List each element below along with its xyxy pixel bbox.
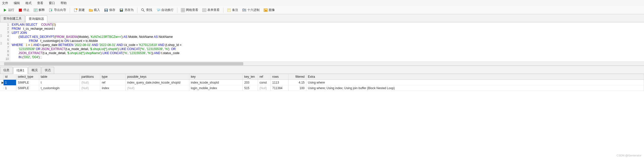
new-button[interactable]: 新建 [72,7,86,13]
explain-label: 解释 [39,8,45,12]
col-rows[interactable]: rows [271,74,289,80]
svg-point-33 [265,9,265,10]
cell-filtered[interactable]: 100 [289,85,306,91]
cell-table[interactable]: t [39,80,80,85]
formview-label: 表单查看 [207,8,220,12]
cell-type[interactable]: index [100,85,126,91]
menu-help[interactable]: 帮助 [61,1,67,5]
cell-partitions[interactable]: (Null) [80,85,100,91]
load-label: 载入 [94,8,100,12]
cell-filtered[interactable]: 4.15 [289,80,306,85]
menu-edit[interactable]: 编辑 [14,1,20,5]
run-label: 运行 [8,8,14,12]
explain-button[interactable]: 解释 [32,7,46,13]
cell-key[interactable]: login_mobile_index [189,85,243,91]
col-select-type[interactable]: select_type [16,74,39,80]
image-label: 图像 [269,8,275,12]
autowrap-button[interactable]: 自动换行 [155,7,175,13]
grid-row[interactable]: 1 SIMPLE t_customlogin (Null) index (Nul… [0,85,644,91]
editor-tabs: 查询创建工具 查询编辑器 [0,14,644,22]
saveas-icon: ✎ [119,8,123,12]
cell-extra[interactable]: Using where; Using index; Using join buf… [306,85,644,91]
tab-result1[interactable]: 结果1 [13,67,28,74]
menu-view[interactable]: 查看 [37,1,43,5]
cell-select-type[interactable]: SIMPLE [16,80,39,85]
col-key-len[interactable]: key_len [243,74,258,80]
tab-query-builder[interactable]: 查询创建工具 [0,15,25,22]
line-gutter: 123 −45 −67 8910 [0,22,10,61]
horizontal-scrollbar[interactable] [0,61,644,66]
cell-key[interactable]: index_kcode_shopId [189,80,243,85]
svg-text:✎: ✎ [120,9,123,12]
menu-window[interactable]: 窗口 [49,1,55,5]
cell-ref[interactable]: (Null) [258,85,271,91]
cell-id[interactable]: 1 [4,85,16,91]
stop-label: 停止 [23,8,30,12]
svg-line-16 [143,10,145,12]
scrollbar-thumb[interactable] [4,62,243,65]
col-possible-keys[interactable]: possible_keys [126,74,189,80]
cell-possible-keys[interactable]: index_query_date,index_kcode_shopId [126,80,189,85]
svg-text:0x: 0x [243,8,246,12]
col-id[interactable]: id [4,74,16,80]
find-button[interactable]: 查找 [139,7,154,13]
col-key[interactable]: key [189,74,243,80]
cell-key-len[interactable]: 515 [243,85,258,91]
autowrap-label: 自动换行 [161,8,174,12]
grid-icon [181,8,185,12]
cell-id[interactable]: 1 [4,80,16,85]
col-extra[interactable]: Extra [306,74,644,80]
tab-query-editor[interactable]: 查询编辑器 [25,15,47,22]
cell-partitions[interactable]: (Null) [80,80,100,85]
svg-rect-18 [181,8,185,12]
image-icon [264,8,268,12]
svg-rect-10 [105,9,107,10]
toolbar: 运行 停止 解释 导出向导 新建 载入 保存 ✎另存为 查找 自动换行 网格查看… [0,6,644,14]
tab-status[interactable]: 状态 [41,67,54,74]
svg-marker-17 [158,10,158,11]
grid-header: id select_type table partitions type pos… [0,74,644,80]
col-table[interactable]: table [39,74,80,80]
cell-table[interactable]: t_customlogin [39,85,80,91]
hex-button[interactable]: 0x十六进制 [241,7,261,13]
cell-extra[interactable]: Using where [306,80,644,85]
col-type[interactable]: type [100,74,126,80]
tab-profile[interactable]: 概况 [28,67,41,74]
result-grid: id select_type table partitions type pos… [0,74,644,91]
stop-button[interactable]: 停止 [17,7,31,13]
cell-type[interactable]: ref [100,80,126,85]
formview-button[interactable]: 表单查看 [201,7,221,13]
stop-icon [18,8,22,12]
menu-file[interactable]: 文件 [2,1,8,5]
cell-select-type[interactable]: SIMPLE [16,85,39,91]
menu-format[interactable]: 格式 [25,1,32,5]
tab-info[interactable]: 信息 [0,67,13,74]
row-indicator-icon: ▶ [0,80,4,85]
col-partitions[interactable]: partitions [80,74,100,80]
gridview-button[interactable]: 网格查看 [179,7,200,13]
cell-ref[interactable]: const [258,80,271,85]
run-button[interactable]: 运行 [2,7,16,13]
note-button[interactable]: 备注 [225,7,240,13]
cell-possible-keys[interactable]: (Null) [126,85,189,91]
save-icon [104,8,108,12]
col-indicator [0,74,4,80]
cell-key-len[interactable]: 203 [243,80,258,85]
col-filtered[interactable]: filtered [289,74,306,80]
sql-code[interactable]: EXPLAIN SELECT COUNT(0) FROM t_cs_rechar… [10,22,644,61]
saveas-button[interactable]: ✎另存为 [118,7,135,13]
save-button[interactable]: 保存 [103,7,117,13]
sql-editor[interactable]: 123 −45 −67 8910 EXPLAIN SELECT COUNT(0)… [0,22,644,61]
cell-rows[interactable]: 711384 [271,85,289,91]
menubar: 文件 编辑 格式 查看 窗口 帮助 [0,0,644,6]
col-ref[interactable]: ref [258,74,271,80]
svg-rect-11 [105,10,107,11]
load-button[interactable]: 载入 [87,7,102,13]
gridview-label: 网格查看 [186,8,198,12]
folder-open-icon [89,8,93,12]
grid-row[interactable]: ▶ 1 SIMPLE t (Null) ref index_query_date… [0,80,644,85]
export-button[interactable]: 导出向导 [47,7,68,13]
image-button[interactable]: 图像 [262,7,276,13]
cell-rows[interactable]: 1113 [271,80,289,85]
export-label: 导出向导 [54,8,66,12]
